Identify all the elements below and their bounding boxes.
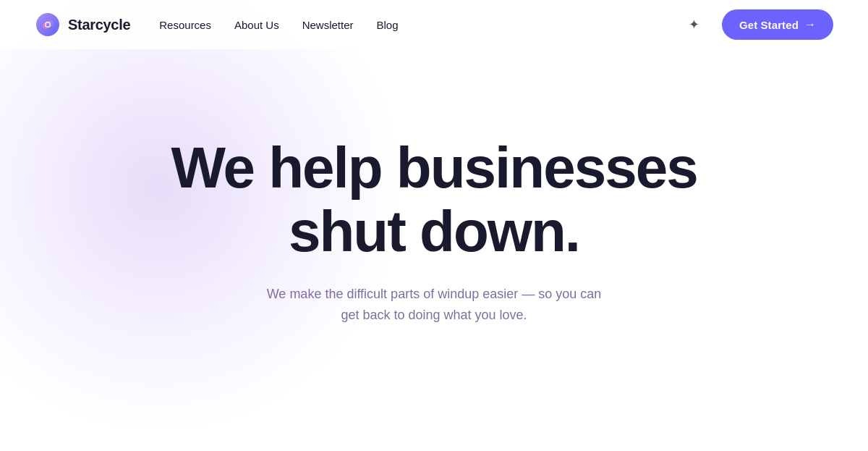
navbar-left: Starcycle Resources About Us Newsletter … bbox=[35, 12, 399, 38]
navbar: Starcycle Resources About Us Newsletter … bbox=[0, 0, 868, 49]
nav-link-blog[interactable]: Blog bbox=[377, 19, 399, 31]
navbar-right: ✦ Get Started → bbox=[681, 9, 833, 40]
logo-icon bbox=[35, 12, 61, 38]
hero-subtext: We make the difficult parts of windup ea… bbox=[260, 284, 608, 326]
theme-toggle-button[interactable]: ✦ bbox=[681, 12, 707, 38]
get-started-button[interactable]: Get Started → bbox=[722, 9, 833, 40]
get-started-label: Get Started bbox=[739, 19, 799, 31]
nav-links: Resources About Us Newsletter Blog bbox=[159, 19, 398, 31]
nav-link-resources[interactable]: Resources bbox=[159, 19, 211, 31]
nav-link-about-us[interactable]: About Us bbox=[234, 19, 279, 31]
sun-icon: ✦ bbox=[689, 17, 699, 33]
hero-section: We help businesses shut down. We make th… bbox=[0, 49, 868, 369]
nav-link-newsletter[interactable]: Newsletter bbox=[302, 19, 354, 31]
arrow-icon: → bbox=[804, 18, 816, 31]
hero-headline: We help businesses shut down. bbox=[171, 136, 697, 264]
svg-point-3 bbox=[46, 23, 50, 27]
hero-headline-line2: shut down. bbox=[289, 199, 579, 264]
hero-headline-line1: We help businesses bbox=[171, 135, 697, 200]
brand-name: Starcycle bbox=[68, 17, 130, 33]
logo[interactable]: Starcycle bbox=[35, 12, 130, 38]
